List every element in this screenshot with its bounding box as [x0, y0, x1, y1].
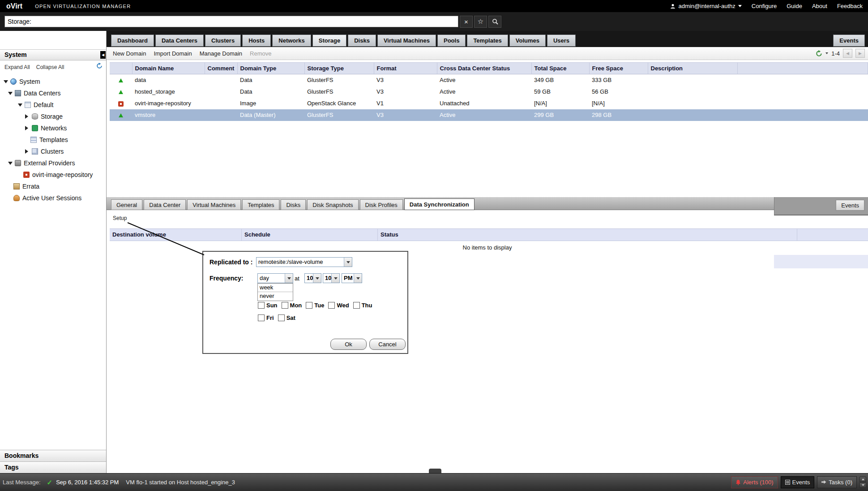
- column-free-space[interactable]: Free Space: [589, 63, 648, 74]
- tree-item-data-centers[interactable]: Data Centers: [0, 87, 106, 99]
- events-footer-button[interactable]: Events: [781, 476, 815, 488]
- tree-refresh-button[interactable]: [96, 63, 103, 71]
- tree-expander-icon[interactable]: [4, 80, 8, 83]
- new-domain-button[interactable]: New Domain: [113, 50, 146, 57]
- day-checkbox[interactable]: [282, 302, 288, 309]
- collapse-panel-button[interactable]: ◀: [100, 51, 106, 59]
- tree-item-storage[interactable]: Storage: [0, 111, 106, 122]
- tree-expander-icon[interactable]: [8, 162, 13, 165]
- tab-events[interactable]: Events: [833, 34, 865, 47]
- column-schedule[interactable]: Schedule: [242, 229, 378, 241]
- import-domain-button[interactable]: Import Domain: [154, 50, 192, 57]
- footer-collapse-handle[interactable]: [429, 469, 441, 473]
- refresh-options-icon[interactable]: [825, 52, 828, 54]
- subtab-disk-profiles[interactable]: Disk Profiles: [360, 199, 403, 210]
- day-checkbox[interactable]: [278, 314, 285, 321]
- configure-link[interactable]: Configure: [752, 3, 777, 9]
- tree-item-errata[interactable]: Errata: [0, 181, 106, 192]
- scroll-down-button[interactable]: [859, 482, 866, 488]
- subtab-data-synchronization[interactable]: Data Synchronization: [404, 198, 475, 210]
- tab-storage[interactable]: Storage: [312, 34, 346, 47]
- tab-virtual-machines[interactable]: Virtual Machines: [377, 34, 436, 47]
- tree-item-active-user-sessions[interactable]: Active User Sessions: [0, 192, 106, 204]
- subtab-disks[interactable]: Disks: [281, 199, 306, 210]
- tab-templates[interactable]: Templates: [467, 34, 508, 47]
- tree-expander-icon[interactable]: [18, 103, 22, 107]
- tab-users[interactable]: Users: [547, 34, 576, 47]
- search-input[interactable]: [4, 16, 458, 27]
- column-domain-type[interactable]: Domain Type: [237, 63, 304, 74]
- column-cross-dc-status[interactable]: Cross Data Center Status: [437, 63, 531, 74]
- hour-select[interactable]: 10: [304, 273, 321, 283]
- column-storage-type[interactable]: Storage Type: [304, 63, 374, 74]
- column-format[interactable]: Format: [374, 63, 437, 74]
- tab-networks[interactable]: Networks: [272, 34, 311, 47]
- bookmarks-section[interactable]: Bookmarks: [0, 450, 106, 461]
- day-checkbox[interactable]: [353, 302, 360, 309]
- frequency-option-week[interactable]: week: [258, 284, 293, 292]
- tree-item-system[interactable]: System: [0, 76, 106, 87]
- subtab-general[interactable]: General: [111, 199, 142, 210]
- feedback-link[interactable]: Feedback: [837, 3, 863, 9]
- tree-expander-icon[interactable]: [25, 149, 28, 154]
- events-panel-button[interactable]: Events: [836, 200, 864, 211]
- tree-expander-icon[interactable]: [25, 126, 28, 130]
- table-row-data[interactable]: data Data GlusterFS V3 Active 349 GB 333…: [110, 74, 868, 86]
- table-row-ovirt-image-repository[interactable]: ovirt-image-repository Image OpenStack G…: [110, 98, 868, 109]
- tab-hosts[interactable]: Hosts: [242, 34, 271, 47]
- column-sync-status[interactable]: Status: [378, 229, 797, 241]
- next-page-button[interactable]: ▶: [855, 49, 865, 58]
- subtab-templates[interactable]: Templates: [242, 199, 279, 210]
- meridiem-select[interactable]: PM: [342, 273, 362, 283]
- tree-item-default[interactable]: Default: [0, 99, 106, 111]
- tree-item-external-providers[interactable]: External Providers: [0, 157, 106, 169]
- refresh-icon[interactable]: [816, 50, 822, 57]
- column-total-space[interactable]: Total Space: [531, 63, 589, 74]
- collapse-all-link[interactable]: Collapse All: [36, 64, 64, 70]
- manage-domain-button[interactable]: Manage Domain: [200, 50, 242, 57]
- tree-expander-icon[interactable]: [8, 92, 13, 95]
- tree-item-clusters[interactable]: Clusters: [0, 146, 106, 157]
- day-checkbox[interactable]: [306, 302, 312, 309]
- table-row-vmstore[interactable]: vmstore Data (Master) GlusterFS V3 Activ…: [110, 109, 868, 121]
- subtab-disk-snapshots[interactable]: Disk Snapshots: [307, 199, 358, 210]
- dropdown-arrow-icon[interactable]: [354, 274, 362, 283]
- user-menu[interactable]: admin@internal-authz: [670, 3, 741, 9]
- alerts-button[interactable]: Alerts (100): [731, 476, 778, 488]
- tree-item-networks[interactable]: Networks: [0, 122, 106, 134]
- replicated-to-select[interactable]: remotesite:/slave-volume: [256, 257, 352, 267]
- search-button[interactable]: [488, 16, 501, 28]
- tab-volumes[interactable]: Volumes: [509, 34, 546, 47]
- setup-button[interactable]: Setup: [113, 215, 127, 221]
- column-description[interactable]: Description: [648, 63, 737, 74]
- column-domain-name[interactable]: Domain Name: [132, 63, 205, 74]
- ok-button[interactable]: Ok: [330, 339, 367, 350]
- tags-section[interactable]: Tags: [0, 461, 106, 473]
- table-row-hosted-storage[interactable]: hosted_storage Data GlusterFS V3 Active …: [110, 86, 868, 98]
- about-link[interactable]: About: [812, 3, 827, 9]
- column-destination-volume[interactable]: Destination volume: [110, 229, 242, 241]
- subtab-virtual-machines[interactable]: Virtual Machines: [187, 199, 241, 210]
- day-checkbox[interactable]: [258, 314, 265, 321]
- day-checkbox[interactable]: [258, 302, 265, 309]
- prev-page-button[interactable]: ◀: [843, 49, 852, 58]
- dropdown-arrow-icon[interactable]: [344, 258, 352, 267]
- bookmark-search-button[interactable]: ☆: [474, 16, 487, 28]
- tab-dashboard[interactable]: Dashboard: [111, 34, 154, 47]
- scroll-up-button[interactable]: [859, 477, 866, 482]
- tree-item-templates[interactable]: Templates: [0, 134, 106, 146]
- day-checkbox[interactable]: [328, 302, 335, 309]
- tree-item-ovirt-image-repository[interactable]: ovirt-image-repository: [0, 169, 106, 181]
- dropdown-arrow-icon[interactable]: [313, 274, 321, 283]
- tasks-button[interactable]: Tasks (0): [817, 476, 857, 488]
- frequency-option-never[interactable]: never: [258, 292, 293, 301]
- subtab-data-center[interactable]: Data Center: [144, 199, 186, 210]
- minute-select[interactable]: 10: [323, 273, 340, 283]
- tab-clusters[interactable]: Clusters: [205, 34, 241, 47]
- tab-data-centers[interactable]: Data Centers: [155, 34, 204, 47]
- column-comment[interactable]: Comment: [205, 63, 237, 74]
- tab-disks[interactable]: Disks: [348, 34, 376, 47]
- column-status[interactable]: [110, 63, 132, 74]
- cancel-button[interactable]: Cancel: [369, 339, 406, 350]
- last-message-text[interactable]: VM flo-1 started on Host hosted_engine_3: [126, 479, 235, 486]
